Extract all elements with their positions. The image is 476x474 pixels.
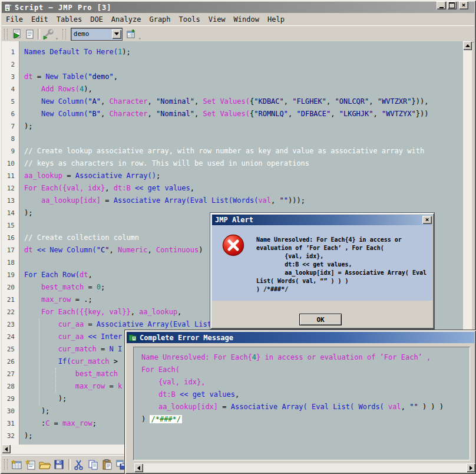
error-message-panel[interactable]: Name Unresolved: For Each{4} in access o…: [133, 347, 470, 460]
close-icon: ×: [462, 2, 466, 8]
svg-text:★: ★: [11, 459, 16, 465]
menu-file[interactable]: File: [2, 14, 27, 25]
line-number: 12: [2, 182, 19, 195]
line-number: 5: [2, 96, 19, 108]
new-script-button[interactable]: [23, 28, 36, 41]
indent-guide: [55, 368, 56, 393]
svg-text:★: ★: [25, 459, 30, 465]
line-number: 30: [2, 405, 19, 417]
alert-message-line: dt:B << get values,: [256, 261, 427, 269]
scroll-up-button[interactable]: [463, 41, 472, 50]
complete-error-window: Complete Error Message Name Unresolved: …: [125, 330, 476, 474]
close-icon: ×: [425, 217, 429, 223]
line-number: 2: [2, 58, 19, 71]
run-script-button[interactable]: [10, 28, 23, 41]
chevron-down-icon: [114, 32, 119, 35]
toolbar-separator: [68, 459, 71, 470]
error-window-title: Complete Error Message: [140, 334, 233, 342]
arrow-left-icon: [137, 466, 140, 470]
copy-icon: [87, 459, 99, 470]
cut-button[interactable]: [72, 458, 85, 471]
menu-doe[interactable]: DOE: [86, 14, 107, 25]
alert-close-button[interactable]: ×: [422, 216, 432, 224]
maximize-icon: [449, 2, 455, 8]
line-number: 8: [2, 133, 19, 145]
code-line: [24, 58, 463, 71]
menu-analyze[interactable]: Analyze: [107, 14, 146, 25]
alert-button-row: OK: [212, 301, 432, 327]
line-number: 14: [2, 207, 19, 219]
code-line: Names Default To Here(1);: [24, 46, 463, 58]
alert-message: Name Unresolved: For Each{4} in access o…: [256, 236, 427, 294]
toolbar-separator: [38, 29, 40, 40]
arrow-left-icon: [5, 447, 8, 452]
menu-window[interactable]: Window: [230, 14, 263, 25]
toolbar-grip[interactable]: [62, 29, 66, 40]
open-folder-icon: [38, 459, 51, 470]
menu-view[interactable]: View: [204, 14, 230, 25]
script-combo-value: demo: [71, 30, 112, 38]
new-script-icon: ★: [25, 459, 37, 470]
maximize-button[interactable]: [447, 1, 457, 9]
toolbar-grip[interactable]: [4, 459, 8, 470]
alert-message-line: List( Words( val, “” ) ) ): [256, 277, 427, 285]
data-table-add-icon: [126, 29, 136, 39]
error-horizontal-scrollbar[interactable]: [134, 463, 475, 472]
code-line: // keys as characters in row. This will …: [24, 157, 463, 170]
menu-tables[interactable]: Tables: [52, 14, 86, 25]
titlebar[interactable]: Script – JMP Pro [3]: [2, 2, 474, 13]
line-number: 26: [2, 356, 19, 368]
close-button[interactable]: ×: [459, 1, 468, 9]
new-script-window-button[interactable]: ★: [24, 458, 37, 471]
save-button[interactable]: [52, 458, 65, 471]
window-title: Script – JMP Pro [3]: [15, 4, 112, 12]
menu-help[interactable]: Help: [263, 14, 289, 25]
code-line: // Create lookup associative array, with…: [24, 145, 463, 157]
debug-script-button[interactable]: [42, 28, 55, 41]
line-number: 32: [2, 430, 19, 442]
line-number: 4: [2, 83, 19, 96]
new-data-table-icon: ★: [11, 459, 22, 470]
line-number: 17: [2, 244, 19, 256]
line-number: 29: [2, 393, 19, 405]
line-number: 19: [2, 269, 19, 281]
menu-graph[interactable]: Graph: [145, 14, 174, 25]
script-combo[interactable]: demo: [71, 28, 123, 41]
line-number: 25: [2, 343, 19, 356]
scroll-left-button[interactable]: [2, 445, 11, 453]
arrow-right-icon: [470, 466, 472, 470]
toolbar-overflow-chevron[interactable]: ▾: [55, 36, 58, 41]
line-number: 13: [2, 195, 19, 207]
error-window-icon: [128, 334, 137, 342]
menu-edit[interactable]: Edit: [27, 14, 52, 25]
scroll-right-button[interactable]: [467, 463, 475, 472]
toolbar-overflow-chevron[interactable]: ▾: [138, 36, 141, 41]
menu-tools[interactable]: Tools: [175, 14, 204, 25]
alert-titlebar[interactable]: JMP Alert: [212, 215, 432, 225]
combo-dropdown-button[interactable]: [112, 29, 121, 39]
line-number: 23: [2, 318, 19, 331]
error-window-titlebar[interactable]: Complete Error Message: [127, 332, 474, 343]
paste-button[interactable]: [101, 458, 114, 471]
scroll-left-button[interactable]: [134, 463, 143, 472]
error-message-line: For Each(: [141, 364, 470, 376]
ok-button[interactable]: OK: [299, 314, 342, 325]
toolbar-grip[interactable]: [4, 29, 8, 40]
line-number: 28: [2, 380, 19, 393]
code-line: [24, 133, 463, 145]
error-message-line: {val, idx},: [141, 376, 470, 389]
script-page-icon: [25, 29, 34, 39]
line-number: 10: [2, 157, 19, 170]
line-number: 27: [2, 368, 19, 380]
line-number: 21: [2, 294, 19, 306]
error-icon: [222, 234, 244, 256]
wrench-icon: [42, 29, 54, 40]
open-button[interactable]: [38, 458, 51, 471]
minimize-button[interactable]: [437, 1, 446, 9]
alert-message-line: aa_lookup[idx] = Associative Array( Eval: [256, 269, 427, 277]
cut-scissors-icon: [73, 459, 85, 470]
copy-button[interactable]: [87, 458, 100, 471]
save-to-data-table-button[interactable]: [125, 28, 138, 41]
alert-title: JMP Alert: [215, 216, 253, 224]
new-data-table-button[interactable]: ★: [10, 458, 23, 471]
